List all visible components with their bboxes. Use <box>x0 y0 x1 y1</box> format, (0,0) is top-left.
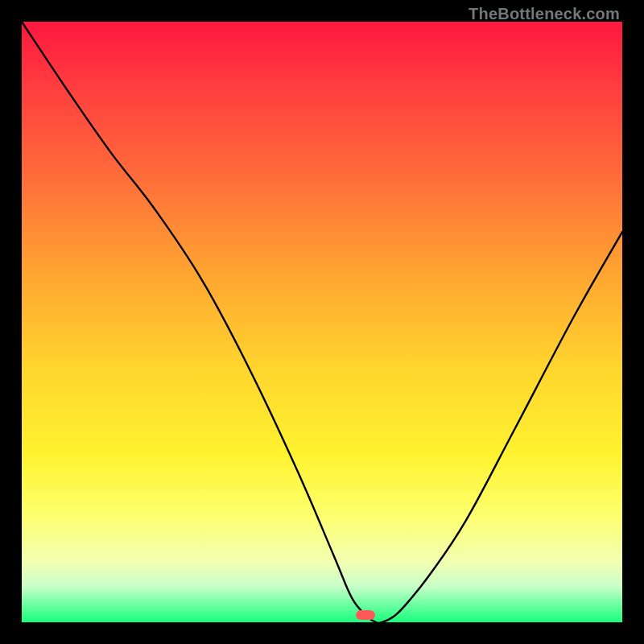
attribution-text: TheBottleneck.com <box>469 5 620 23</box>
optimum-marker <box>356 610 375 620</box>
bottleneck-curve <box>22 22 622 622</box>
